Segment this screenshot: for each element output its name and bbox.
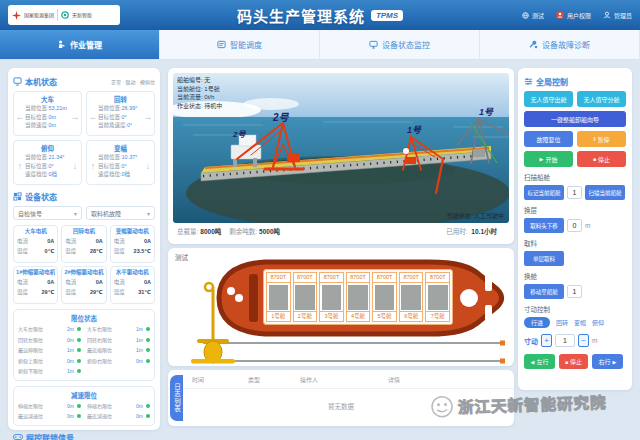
scene-3d-card: 2号 2号 1号 1号 船舶编号: 无当前舱位: 1号舱当前流量: 0t/h作业… [168,68,514,244]
header-item-label: 管理员 [614,11,632,20]
temp-value: 23.5℃ [134,246,151,256]
app-root: 国家能源集团 天新智能 码头生产管理系统 TPMS 测试 用户权限 管理员 [0,0,640,440]
user-permission-icon [556,11,564,19]
header-item-test[interactable]: 测试 [522,11,544,20]
reclaim-section-label: 取料 [524,238,626,248]
schedule-icon [217,40,226,49]
signal-filter-select[interactable]: 自检信号▾ [13,206,82,220]
move-right-arrow[interactable]: → [70,112,80,122]
monitor-icon [369,40,378,49]
log-column-header: 时间 [192,375,248,384]
whole-ship-wizard-button[interactable]: 一键整船卸船向导 [524,111,626,127]
current-label: 电流 [17,236,28,246]
limit-status-panel: 限位状态 大车左限位2m 回转左限位0m 最远伸限位1m 俯仰上限位0m 俯仰下… [13,309,155,381]
tab-fault-diagnosis[interactable]: 设备故障诊断 [480,30,640,59]
temp-label: 温度 [17,246,28,256]
drive-status-label: 驾驶状态: 人工驾驶中 [447,211,504,220]
log-list-tab[interactable]: 日志列表 [170,375,183,421]
move-left-arrow[interactable]: ← [15,112,25,122]
jog-unit-label: m [592,337,597,344]
chevron-down-icon: ▾ [147,210,150,217]
right-arrow-icon: ▶ [613,359,617,365]
limit-row: 伸缩右限位0m [87,401,150,412]
layer-depth-input[interactable] [567,219,582,232]
worker-icon [57,40,66,49]
hatch-cell[interactable]: 8700T 7号舱 [425,272,450,322]
log-table-header: 时间类型操作人详情 [168,370,514,389]
motor-name: 水平驱动电机 [113,269,152,277]
hatch-capacity: 8700T [400,273,423,283]
stop-button[interactable]: ■停止 [577,151,626,167]
hatch-cell[interactable]: 8700T 3号舱 [319,272,344,322]
chevron-down-icon: ▾ [74,210,77,217]
unmanned-exit-hatch-button[interactable]: 无人值守出舱 [524,91,573,107]
motion-card-title: 回转 [88,94,153,104]
page-title: 码头生产管理系统 [237,5,365,26]
jog-tab-pitch[interactable]: 俯仰 [592,318,604,327]
tab-smart-dispatch[interactable]: 智能调度 [160,30,320,59]
status-ok-dot [146,404,150,408]
pause-button[interactable]: ‖暂停 [577,131,626,147]
target-hatch-input[interactable] [567,285,582,298]
hatch-cell[interactable]: 8700T 1号舱 [266,272,291,322]
hatch-cell[interactable]: 8700T 6号舱 [399,272,424,322]
scan-hatch-number-input[interactable] [567,186,582,199]
move-down-arrow[interactable]: ↓ [143,161,153,171]
fault-reset-button[interactable]: 故障复位 [524,131,573,147]
jog-tab-luff[interactable]: 变幅 [574,318,586,327]
stop-icon: ■ [593,156,596,162]
move-up-arrow[interactable]: ↑ [15,161,25,171]
mark-current-hatch-button[interactable]: 标记当前船舱 [524,185,564,200]
ship-diagram: 8700T 1号舱 8700T 2号舱 8700T 3号舱 [173,257,509,365]
motor-name: 大车电机 [16,228,55,236]
motor-card: 2#伸缩驱动电机 电流0A 温度29℃ [61,266,106,304]
jog-right-button[interactable]: 右行▶ [592,354,623,369]
limit-row: 最远减速位0m [18,411,81,422]
motor-name: 回转电机 [64,228,103,236]
pause-icon: ‖ [593,136,595,142]
hatch-cell[interactable]: 8700T 5号舱 [372,272,397,322]
motion-card-gantry: 大车 ← 当前位置:53.21m 目标位置:0m 当前速度:0m → [13,91,82,136]
jog-tab-travel[interactable]: 行进 [524,317,550,328]
log-column-header: 详情 [388,375,506,384]
hatch-name: 5号舱 [373,311,396,321]
motion-card-grid: 大车 ← 当前位置:53.21m 目标位置:0m 当前速度:0m → 回转 ← [13,91,155,185]
hatch-cell[interactable]: 8700T 4号舱 [346,272,371,322]
head-move-down-button[interactable]: 取料头下移 [524,218,564,233]
jog-step-increase-button[interactable]: + [541,334,552,347]
remain-load-label: 剩余吨数: [229,226,257,236]
move-up-arrow[interactable]: ↑ [88,161,98,171]
header-item-admin[interactable]: 管理员 [603,11,632,20]
fault-filter-select[interactable]: 取料机故障▾ [86,206,155,220]
app-header: 国家能源集团 天新智能 码头生产管理系统 TPMS 测试 用户权限 管理员 [0,0,640,30]
move-right-arrow[interactable]: → [143,112,153,122]
current-value: 0A [47,277,54,287]
hatch-capacity: 8700T [373,273,396,283]
start-button[interactable]: ▶开始 [524,151,573,167]
total-load-label: 总载量: [177,226,198,236]
scene-3d-viewport[interactable]: 2号 2号 1号 1号 船舶编号: 无当前舱位: 1号舱当前流量: 0t/h作业… [173,73,509,223]
single-layer-reclaim-button[interactable]: 单层取料 [524,251,564,266]
limit-panel-title: 减速限位 [18,390,150,400]
status-ok-dot [146,359,150,363]
jog-step-decrease-button[interactable]: − [578,334,589,347]
jog-tab-slew[interactable]: 回转 [556,318,568,327]
elapsed-time-value: 10.1小时 [471,228,497,235]
hatch-cell[interactable]: 8700T 2号舱 [293,272,318,322]
status-ok-dot [146,414,150,418]
jog-left-button[interactable]: ◀左行 [524,354,555,369]
jog-stop-button[interactable]: ■停止 [559,354,588,369]
tab-job-management[interactable]: 作业管理 [0,30,160,59]
scan-current-hatch-button[interactable]: 扫描当前船舱 [585,185,625,200]
motor-card: 1#伸缩驱动电机 电流0A 温度29℃ [13,266,58,304]
move-to-hatch-button[interactable]: 移动至船舱 [524,284,564,299]
header-item-permissions[interactable]: 用户权限 [556,11,591,20]
scene-overlay-line: 当前流量: 0t/h [177,93,222,102]
tab-equipment-monitoring[interactable]: 设备状态监控 [320,30,480,59]
interlock-controller-icon [13,433,23,440]
left-arrow-icon: ◀ [531,359,535,365]
move-down-arrow[interactable]: ↓ [70,161,80,171]
layer-section-label: 换层 [524,205,626,215]
unmanned-split-hatch-button[interactable]: 无人值守分舱 [577,91,626,107]
move-left-arrow[interactable]: ← [88,112,98,122]
